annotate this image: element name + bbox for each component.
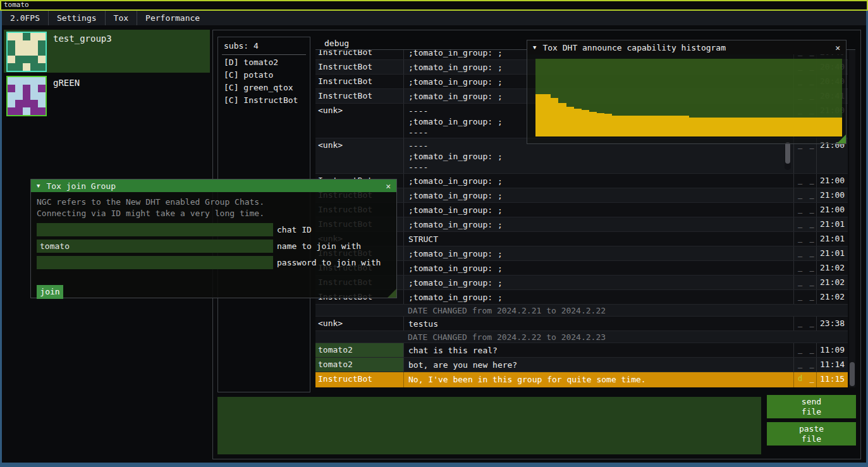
histogram-bar [812, 118, 819, 136]
sender-name[interactable]: <unk> [315, 138, 403, 173]
group-avatar [6, 76, 47, 116]
members-count: subs: 4 [218, 37, 310, 51]
message-text[interactable]: ;tomato_in_group: ; [403, 290, 793, 304]
chat-scrollbar[interactable] [849, 50, 855, 387]
close-icon[interactable]: ✕ [386, 181, 391, 191]
delivery-status: _ _ [793, 188, 816, 202]
app-window: tomato 2.0FPS SettingsToxPerformance tes… [0, 0, 868, 467]
group-item-gREEN[interactable]: gREEN [4, 74, 210, 117]
window-border-bottom [0, 463, 868, 467]
join-group-dialog: ▼ Tox join Group ✕ NGC refers to the New… [30, 179, 397, 298]
sender-name[interactable]: <unk> [315, 317, 403, 331]
collapse-icon[interactable]: ▼ [37, 183, 40, 189]
sender-name[interactable]: InstructBot [315, 372, 403, 387]
message-text[interactable]: No, I've been in this group for quite so… [403, 372, 793, 387]
message-timestamp: 21:01 [816, 232, 848, 246]
join-name-input[interactable] [37, 240, 273, 253]
chat-id-input[interactable] [37, 223, 273, 236]
message-timestamp: 11:09 [816, 343, 848, 357]
message-text[interactable]: ;tomato_in_group: ; [403, 188, 793, 202]
histogram-bar [704, 118, 712, 136]
chat-scrollbar-thumb[interactable] [850, 362, 855, 386]
histogram-bar [719, 118, 727, 136]
histogram-bar [604, 114, 612, 136]
collapse-icon[interactable]: ▼ [533, 44, 536, 51]
histogram-bar [834, 118, 842, 136]
sender-name[interactable]: tomato2 [315, 358, 403, 372]
message-text[interactable]: bot, are you new here? [403, 358, 793, 372]
sender-name[interactable]: InstructBot [315, 50, 403, 59]
member-item[interactable]: [D] tomato2 [218, 55, 310, 68]
member-item[interactable]: [C] InstructBot [218, 93, 310, 106]
sender-name[interactable]: InstructBot [315, 75, 403, 88]
delivery-status: _ _ [793, 290, 816, 304]
date-changed-text: DATE CHANGED from 2024.2.21 to 2024.2.22 [403, 305, 606, 316]
sender-name[interactable]: InstructBot [315, 89, 403, 103]
close-icon[interactable]: ✕ [835, 43, 840, 52]
histogram-bar [796, 118, 804, 136]
message-timestamp: 21:00 [816, 188, 848, 202]
resize-grip[interactable] [837, 135, 846, 143]
join-group-titlebar[interactable]: ▼ Tox join Group ✕ [31, 179, 396, 192]
message-text[interactable]: testus [403, 317, 793, 331]
join-group-title: Tox join Group [46, 181, 386, 191]
tab-debug[interactable]: debug [324, 39, 349, 48]
histogram-bar [635, 116, 643, 136]
menu-items: SettingsToxPerformance [49, 11, 208, 25]
date-separator-row: DATE CHANGED from 2024.2.21 to 2024.2.22 [315, 304, 848, 316]
resize-grip[interactable] [388, 289, 396, 298]
message-scrollbar[interactable] [785, 142, 791, 170]
group-item-test_group3[interactable]: test_group3 [4, 30, 210, 73]
histogram-bar [788, 118, 796, 136]
histogram-bar [697, 118, 704, 136]
message-text[interactable]: ;tomato_in_group: ; [403, 174, 793, 188]
member-item[interactable]: [C] green_qtox [218, 80, 310, 93]
histogram-bar [712, 118, 719, 136]
message-text[interactable]: ;tomato_in_group: ; [403, 246, 793, 260]
delivery-status: _ _ [793, 261, 816, 275]
join-button[interactable]: join [37, 285, 63, 299]
histogram-bar [589, 112, 597, 136]
group-name: test_group3 [53, 33, 112, 44]
message-timestamp: 21:01 [816, 217, 848, 231]
histogram-bar [566, 107, 574, 136]
sender-name[interactable]: <unk> [315, 104, 403, 138]
join-password-input[interactable] [37, 256, 273, 269]
paste-file-button[interactable]: paste file [767, 422, 856, 446]
histogram-bar [658, 116, 666, 136]
send-file-button[interactable]: send file [767, 395, 856, 418]
delivery-status: _ _ [793, 203, 816, 217]
window-titlebar[interactable]: tomato [0, 0, 868, 11]
message-timestamp: 21:02 [816, 261, 848, 275]
message-text[interactable]: chat is this real? [403, 343, 793, 357]
empty-name-cell [315, 305, 403, 316]
sender-name[interactable]: tomato2 [315, 343, 403, 357]
delivery-status: _ _ [793, 217, 816, 231]
histogram-bar [750, 118, 758, 136]
message-text[interactable]: ;tomato_in_group: ; [403, 217, 793, 231]
histogram-bar [766, 118, 773, 136]
message-text[interactable]: ;tomato_in_group: ; [403, 276, 793, 289]
message-text[interactable]: ;tomato_in_group: ; [403, 261, 793, 275]
histogram-bar [543, 94, 551, 136]
delivery-status: _ _ [793, 246, 816, 260]
dht-histogram-titlebar[interactable]: ▼ Tox DHT announce capability histogram … [527, 40, 846, 54]
message-input[interactable] [217, 397, 761, 454]
message-text[interactable]: STRUCT [403, 232, 793, 246]
sender-name[interactable]: InstructBot [315, 60, 403, 74]
window-border-left [0, 11, 2, 467]
menu-item-performance[interactable]: Performance [137, 11, 208, 25]
message-scrollbar-thumb[interactable] [785, 142, 790, 164]
message-row: <unk>testus_ _23:38 [315, 316, 848, 331]
message-timestamp: 23:38 [816, 317, 848, 331]
delivery-status: _ _ [793, 174, 816, 188]
member-item[interactable]: [C] potato [218, 68, 310, 80]
dht-histogram-title: Tox DHT announce capability histogram [542, 43, 835, 52]
dht-histogram-window: ▼ Tox DHT announce capability histogram … [527, 40, 847, 144]
message-text[interactable]: ;tomato_in_group: ; [403, 203, 793, 217]
histogram-bar [758, 118, 766, 136]
dht-histogram-body [527, 54, 846, 143]
menu-item-tox[interactable]: Tox [106, 11, 137, 25]
delivery-status: d _ [793, 372, 816, 387]
menu-item-settings[interactable]: Settings [49, 11, 105, 25]
